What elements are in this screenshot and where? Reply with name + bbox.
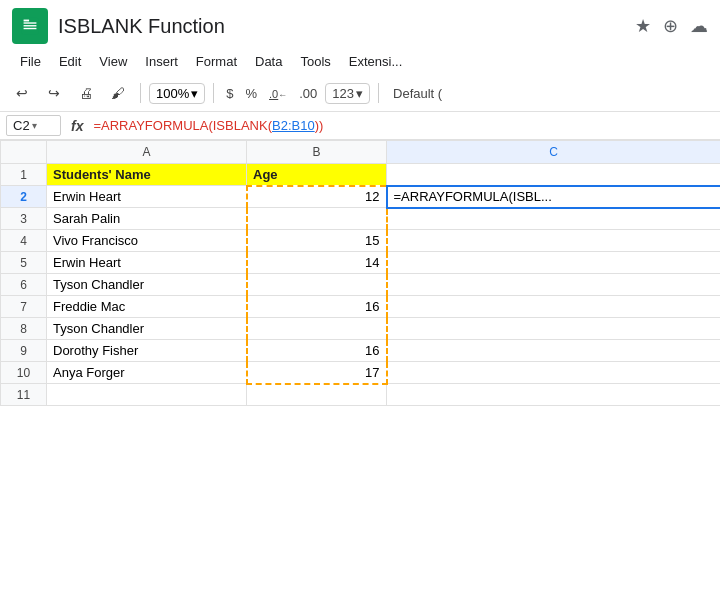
row-num-10[interactable]: 10 (1, 362, 47, 384)
row-num-9[interactable]: 9 (1, 340, 47, 362)
cell-a6[interactable]: Tyson Chandler (47, 274, 247, 296)
cell-a1[interactable]: Students' Name (47, 164, 247, 186)
row-num-5[interactable]: 5 (1, 252, 47, 274)
table-row: 11 (1, 384, 721, 406)
row-num-2[interactable]: 2 (1, 186, 47, 208)
table-row: 4 Vivo Francisco 15 (1, 230, 721, 252)
number-format-label: 123 (332, 86, 354, 101)
currency-button[interactable]: $ (222, 84, 237, 103)
title-icons: ★ ⊕ ☁ (635, 15, 708, 37)
row-num-6[interactable]: 6 (1, 274, 47, 296)
cell-c5[interactable] (387, 252, 721, 274)
zoom-selector[interactable]: 100% ▾ (149, 83, 205, 104)
formula-content[interactable]: =ARRAYFORMULA(ISBLANK(B2:B10)) (93, 118, 714, 133)
print-button[interactable]: 🖨 (72, 79, 100, 107)
menu-data[interactable]: Data (247, 50, 290, 73)
add-to-drive-icon[interactable]: ⊕ (663, 15, 678, 37)
cloud-sync-icon[interactable]: ☁ (690, 15, 708, 37)
number-format-button[interactable]: 123 ▾ (325, 83, 370, 104)
sheet-table: A B C 1 Students' Name Age 2 Erwin Heart… (0, 140, 720, 406)
cell-c10[interactable] (387, 362, 721, 384)
toolbar-separator-3 (378, 83, 379, 103)
menu-view[interactable]: View (91, 50, 135, 73)
cell-b10[interactable]: 17 (247, 362, 387, 384)
row-num-7[interactable]: 7 (1, 296, 47, 318)
svg-rect-3 (24, 28, 37, 29)
cell-c8[interactable] (387, 318, 721, 340)
cell-reference-box[interactable]: C2 ▾ (6, 115, 61, 136)
menu-extensions[interactable]: Extensi... (341, 50, 410, 73)
table-row: 9 Dorothy Fisher 16 (1, 340, 721, 362)
column-header-row: A B C (1, 141, 721, 164)
row-num-3[interactable]: 3 (1, 208, 47, 230)
redo-button[interactable]: ↪ (40, 79, 68, 107)
cell-c7[interactable] (387, 296, 721, 318)
cell-a11[interactable] (47, 384, 247, 406)
decimal-zero-button[interactable]: .0← (265, 84, 291, 103)
table-row: 10 Anya Forger 17 (1, 362, 721, 384)
cell-c6[interactable] (387, 274, 721, 296)
cell-c11[interactable] (387, 384, 721, 406)
cell-a3[interactable]: Sarah Palin (47, 208, 247, 230)
row-num-1[interactable]: 1 (1, 164, 47, 186)
percent-button[interactable]: % (241, 84, 261, 103)
cell-c1[interactable] (387, 164, 721, 186)
undo-button[interactable]: ↩ (8, 79, 36, 107)
menu-insert[interactable]: Insert (137, 50, 186, 73)
table-row: 8 Tyson Chandler (1, 318, 721, 340)
zoom-value: 100% (156, 86, 189, 101)
document-title: ISBLANK Function (58, 15, 625, 38)
cell-b5[interactable]: 14 (247, 252, 387, 274)
cell-b9[interactable]: 16 (247, 340, 387, 362)
cell-a5[interactable]: Erwin Heart (47, 252, 247, 274)
formula-range: B2:B10 (272, 118, 315, 133)
cell-b1[interactable]: Age (247, 164, 387, 186)
table-row: 6 Tyson Chandler (1, 274, 721, 296)
menu-edit[interactable]: Edit (51, 50, 89, 73)
toolbar-separator-1 (140, 83, 141, 103)
cell-b8[interactable] (247, 318, 387, 340)
fx-label: fx (67, 116, 87, 136)
menu-tools[interactable]: Tools (292, 50, 338, 73)
menu-bar: File Edit View Insert Format Data Tools … (0, 48, 720, 75)
row-num-8[interactable]: 8 (1, 318, 47, 340)
row-num-4[interactable]: 4 (1, 230, 47, 252)
toolbar: ↩ ↪ 🖨 🖌 100% ▾ $ % .0← .00 123 ▾ Default… (0, 75, 720, 112)
table-row: 3 Sarah Palin (1, 208, 721, 230)
col-header-a[interactable]: A (47, 141, 247, 164)
cell-c2[interactable]: =ARRAYFORMULA(ISBL... (387, 186, 721, 208)
star-icon[interactable]: ★ (635, 15, 651, 37)
cell-c9[interactable] (387, 340, 721, 362)
formula-prefix: =ARRAYFORMULA(ISBLANK( (93, 118, 272, 133)
col-header-c[interactable]: C (387, 141, 721, 164)
cell-a9[interactable]: Dorothy Fisher (47, 340, 247, 362)
table-row: 2 Erwin Heart 12 =ARRAYFORMULA(ISBL... (1, 186, 721, 208)
table-row: 1 Students' Name Age (1, 164, 721, 186)
paint-format-button[interactable]: 🖌 (104, 79, 132, 107)
cell-b6[interactable] (247, 274, 387, 296)
cell-a10[interactable]: Anya Forger (47, 362, 247, 384)
cell-ref-arrow-icon: ▾ (32, 120, 37, 131)
cell-b11[interactable] (247, 384, 387, 406)
table-row: 7 Freddie Mac 16 (1, 296, 721, 318)
number-format-arrow: ▾ (356, 86, 363, 101)
cell-a2[interactable]: Erwin Heart (47, 186, 247, 208)
menu-format[interactable]: Format (188, 50, 245, 73)
cell-c4[interactable] (387, 230, 721, 252)
cell-b7[interactable]: 16 (247, 296, 387, 318)
menu-file[interactable]: File (12, 50, 49, 73)
font-selector[interactable]: Default ( (387, 84, 448, 103)
row-num-11[interactable]: 11 (1, 384, 47, 406)
toolbar-separator-2 (213, 83, 214, 103)
svg-rect-1 (24, 22, 37, 23)
cell-a8[interactable]: Tyson Chandler (47, 318, 247, 340)
cell-a7[interactable]: Freddie Mac (47, 296, 247, 318)
cell-c3[interactable] (387, 208, 721, 230)
decimal-two-button[interactable]: .00 (295, 84, 321, 103)
app-icon (12, 8, 48, 44)
col-header-b[interactable]: B (247, 141, 387, 164)
cell-b4[interactable]: 15 (247, 230, 387, 252)
cell-a4[interactable]: Vivo Francisco (47, 230, 247, 252)
cell-b3[interactable] (247, 208, 387, 230)
cell-b2[interactable]: 12 (247, 186, 387, 208)
